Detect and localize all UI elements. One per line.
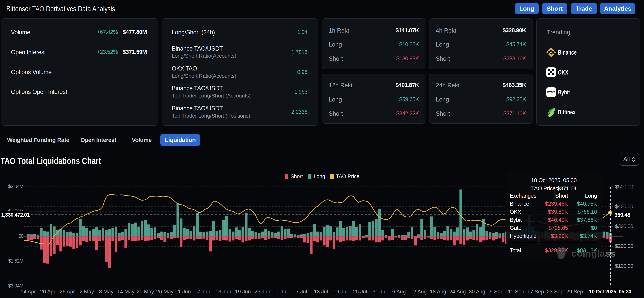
svg-text:30 Aug: 30 Aug <box>469 289 485 295</box>
svg-text:20 May: 20 May <box>137 289 154 295</box>
svg-text:17 Sep: 17 Sep <box>527 289 544 295</box>
svg-text:12 Aug: 12 Aug <box>410 289 427 295</box>
svg-text:14 May: 14 May <box>117 289 134 295</box>
svg-text:13 Jul: 13 Jul <box>314 289 328 295</box>
svg-text:T: T <box>554 91 555 94</box>
svg-text:6 Aug: 6 Aug <box>392 289 406 295</box>
svg-text:11 Sep: 11 Sep <box>508 289 524 295</box>
svg-text:25 Jun: 25 Jun <box>254 289 270 295</box>
svg-text:BYB: BYB <box>547 91 553 94</box>
svg-text:1 Jun: 1 Jun <box>178 289 191 295</box>
svg-text:26 May: 26 May <box>156 289 174 295</box>
svg-text:7 Jun: 7 Jun <box>198 289 210 295</box>
svg-text:5 Sep: 5 Sep <box>490 289 504 295</box>
svg-text:18 Aug: 18 Aug <box>430 289 446 295</box>
svg-text:1 Jul: 1 Jul <box>276 289 288 295</box>
svg-text:31 Jul: 31 Jul <box>372 289 386 295</box>
svg-text:25 Jul: 25 Jul <box>353 289 367 295</box>
svg-text:19 Jun: 19 Jun <box>235 289 251 295</box>
svg-text:20 Apr: 20 Apr <box>40 289 56 295</box>
svg-text:29 Sep: 29 Sep <box>566 289 583 295</box>
svg-text:26 Apr: 26 Apr <box>60 289 75 295</box>
svg-text:23 Sep: 23 Sep <box>547 289 564 295</box>
svg-text:2 May: 2 May <box>80 289 94 295</box>
svg-text:8 May: 8 May <box>99 289 114 295</box>
svg-text:13 Jun: 13 Jun <box>216 289 232 295</box>
svg-text:14 Apr: 14 Apr <box>20 289 36 295</box>
svg-text:7 Jul: 7 Jul <box>296 289 307 295</box>
svg-text:24 Aug: 24 Aug <box>450 289 466 295</box>
svg-text:19 Jul: 19 Jul <box>334 289 348 295</box>
